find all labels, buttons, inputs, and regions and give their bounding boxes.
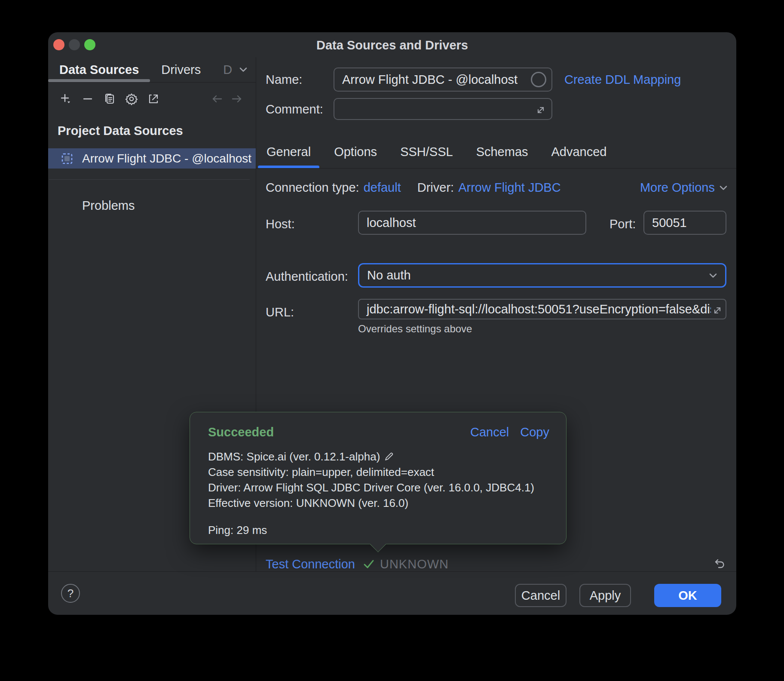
more-options-link[interactable]: More Options [640, 181, 729, 195]
tab-general[interactable]: General [258, 140, 319, 169]
undo-icon[interactable] [712, 557, 726, 571]
add-icon[interactable] [59, 92, 73, 106]
history-nav [210, 92, 244, 106]
tab-options[interactable]: Options [325, 140, 386, 169]
popup-cancel-link[interactable]: Cancel [470, 425, 509, 439]
remove-icon[interactable] [81, 92, 95, 106]
datasource-list-item[interactable]: Arrow Flight JDBC - @localhost [48, 148, 256, 169]
driver-value-link[interactable]: Arrow Flight JDBC [458, 181, 561, 195]
driver-line: Driver: Arrow Flight SQL JDBC Driver Cor… [208, 480, 553, 495]
tabs-divider [256, 168, 736, 169]
open-icon[interactable] [147, 92, 160, 106]
back-icon[interactable] [210, 92, 224, 106]
url-label: URL: [266, 305, 294, 319]
tab-general-label: General [266, 145, 311, 159]
tab-drivers[interactable]: Drivers [150, 57, 212, 82]
test-connection-link[interactable]: Test Connection [266, 557, 355, 571]
pencil-icon[interactable] [383, 451, 395, 462]
spinner-icon [531, 72, 546, 87]
case-sensitivity-line: Case sensitivity: plain=upper, delimited… [208, 464, 553, 480]
url-input[interactable]: jdbc:arrow-flight-sql://localhost:50051?… [358, 299, 726, 319]
chevron-down-icon [707, 270, 719, 282]
url-hint: Overrides settings above [358, 323, 472, 335]
comment-input[interactable] [334, 98, 552, 120]
create-ddl-mapping-link[interactable]: Create DDL Mapping [564, 73, 681, 87]
expand-icon[interactable] [534, 104, 547, 117]
more-options-label: More Options [640, 181, 715, 195]
popup-body: DBMS: Spice.ai (ver. 0.12.1-alpha) Case … [208, 449, 553, 538]
authentication-value: No auth [367, 268, 411, 282]
sidebar-tab-strip: Data Sources Drivers D [48, 57, 256, 83]
connection-type-row: Connection type: default Driver: Arrow F… [266, 181, 729, 195]
check-icon [362, 557, 376, 571]
name-input[interactable]: Arrow Flight JDBC - @localhost [334, 67, 552, 92]
ok-button[interactable]: OK [654, 584, 721, 607]
connection-status-text: UNKNOWN [380, 557, 449, 571]
test-connection-popup: Succeeded Cancel Copy DBMS: Spice.ai (ve… [190, 412, 567, 544]
forward-icon[interactable] [230, 92, 244, 106]
tab-schemas[interactable]: Schemas [468, 140, 537, 169]
dialog-footer: ? Cancel Apply OK [48, 571, 736, 615]
apply-button[interactable]: Apply [579, 584, 631, 607]
project-data-sources-header: Project Data Sources [48, 124, 256, 138]
host-label: Host: [266, 217, 295, 231]
ping-line: Ping: 29 ms [208, 522, 553, 538]
tab-data-sources-label: Data Sources [59, 63, 139, 77]
tab-ddl-label: D [223, 63, 232, 77]
driver-label: Driver: [417, 181, 454, 195]
settings-icon[interactable] [125, 92, 138, 106]
comment-label: Comment: [266, 102, 323, 117]
connection-type-value-link[interactable]: default [364, 181, 401, 195]
window-title: Data Sources and Drivers [48, 38, 736, 52]
duplicate-icon[interactable] [103, 92, 116, 106]
tab-schemas-label: Schemas [476, 145, 528, 159]
desktop: Data Sources and Drivers Data Sources Dr… [0, 0, 784, 681]
effective-version-line: Effective version: UNKNOWN (ver. 16.0) [208, 495, 553, 511]
popup-copy-link[interactable]: Copy [520, 425, 549, 439]
footer-buttons: Cancel Apply OK [515, 584, 721, 607]
port-input[interactable]: 50051 [643, 211, 726, 235]
cancel-button[interactable]: Cancel [515, 584, 567, 607]
chevron-down-icon[interactable] [234, 57, 253, 82]
tab-advanced[interactable]: Advanced [543, 140, 616, 169]
tab-options-label: Options [334, 145, 377, 159]
sidebar-toolbar [48, 91, 256, 107]
dbms-line: DBMS: Spice.ai (ver. 0.12.1-alpha) [208, 449, 553, 464]
sidebar-item-problems[interactable]: Problems [48, 199, 256, 213]
tab-data-sources[interactable]: Data Sources [48, 57, 150, 82]
tab-drivers-label: Drivers [161, 63, 201, 77]
sidebar-divider [49, 179, 250, 180]
host-value: localhost [367, 216, 416, 230]
tab-ddl-mappings-truncated[interactable]: D [212, 57, 234, 82]
expand-icon[interactable] [711, 304, 724, 317]
datasource-icon [61, 152, 74, 165]
name-value: Arrow Flight JDBC - @localhost [342, 73, 518, 87]
dbms-text: DBMS: Spice.ai (ver. 0.12.1-alpha) [208, 449, 380, 464]
chevron-down-icon [717, 182, 729, 194]
authentication-select[interactable]: No auth [358, 263, 726, 288]
settings-tab-strip: General Options SSH/SSL Schemas Advanced [258, 140, 616, 169]
url-value: jdbc:arrow-flight-sql://localhost:50051?… [367, 302, 723, 316]
port-value: 50051 [652, 216, 687, 230]
name-label: Name: [266, 73, 302, 87]
status-badge: Succeeded [208, 425, 274, 439]
test-connection-row: Test Connection UNKNOWN [266, 557, 726, 571]
authentication-label: Authentication: [266, 270, 348, 284]
datasource-item-label: Arrow Flight JDBC - @localhost [82, 152, 251, 166]
host-input[interactable]: localhost [358, 211, 586, 235]
tab-advanced-label: Advanced [551, 145, 607, 159]
tab-ssh-ssl[interactable]: SSH/SSL [392, 140, 462, 169]
data-sources-dialog: Data Sources and Drivers Data Sources Dr… [48, 32, 736, 615]
titlebar: Data Sources and Drivers [48, 32, 736, 57]
popup-header: Succeeded Cancel Copy [208, 425, 549, 439]
help-icon[interactable]: ? [61, 584, 80, 603]
port-label: Port: [609, 217, 636, 231]
tab-ssh-ssl-label: SSH/SSL [400, 145, 453, 159]
connection-type-label: Connection type: [266, 181, 359, 195]
